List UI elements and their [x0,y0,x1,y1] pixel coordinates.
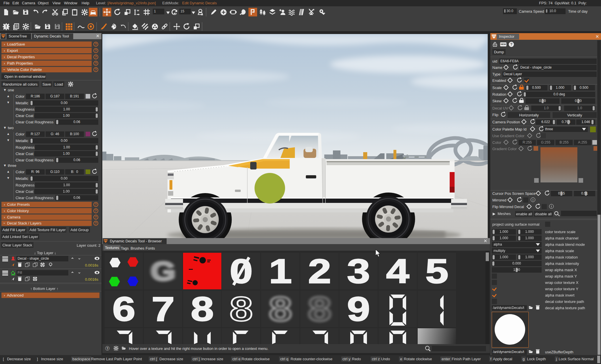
svg-text:w: w [137,9,139,12]
